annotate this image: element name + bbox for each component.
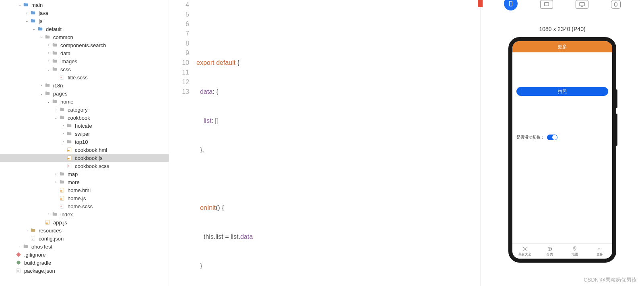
tree-item[interactable]: ›images — [0, 57, 169, 65]
hml-file-icon — [59, 187, 65, 193]
nav-category[interactable]: 分类 — [537, 244, 562, 259]
tree-item[interactable]: #cookbook.scss — [0, 162, 169, 170]
tree-item-label: common — [53, 34, 73, 40]
tree-item[interactable]: cookbook.js — [0, 154, 169, 162]
chevron-right-icon[interactable]: › — [61, 140, 65, 144]
tree-item-label: package.json — [24, 268, 55, 274]
chevron-right-icon[interactable]: › — [25, 228, 29, 232]
nav-map[interactable]: 地图 — [562, 244, 587, 259]
line-number: 6 — [169, 19, 189, 29]
folder-icon — [30, 10, 36, 16]
scss-file-icon: # — [66, 163, 72, 169]
tree-item[interactable]: {}package.json — [0, 267, 169, 275]
tree-item[interactable]: ⌄main — [0, 1, 169, 9]
chevron-right-icon[interactable]: › — [25, 11, 29, 15]
tree-item[interactable]: build.gradle — [0, 259, 169, 267]
chevron-down-icon[interactable]: ⌄ — [47, 99, 51, 104]
tree-item-label: .gitignore — [24, 252, 45, 258]
chevron-down-icon[interactable]: ⌄ — [47, 67, 51, 71]
chevron-right-icon[interactable]: › — [54, 180, 58, 184]
chevron-down-icon[interactable]: ⌄ — [18, 3, 22, 7]
tree-item-label: cookbook.scss — [75, 163, 109, 169]
tree-item[interactable]: ›more — [0, 178, 169, 186]
tree-item-label: swiper — [75, 131, 90, 137]
chevron-down-icon[interactable]: ⌄ — [39, 35, 43, 39]
tree-item[interactable]: ›resources — [0, 226, 169, 234]
tree-item[interactable]: home.js — [0, 194, 169, 202]
device-dimensions: 1080 x 2340 (P40) — [539, 26, 585, 32]
chevron-right-icon[interactable]: › — [39, 83, 43, 87]
line-number: 5 — [169, 10, 189, 19]
tree-item-label: scss — [60, 66, 71, 73]
tree-item[interactable]: ›swiper — [0, 130, 169, 138]
device-phone-icon[interactable] — [504, 0, 518, 10]
chevron-right-icon[interactable]: › — [47, 43, 51, 47]
nav-food[interactable]: 美食大全 — [512, 244, 537, 259]
chevron-right-icon[interactable]: › — [47, 212, 51, 216]
svg-rect-11 — [60, 199, 62, 200]
chevron-right-icon[interactable]: › — [47, 51, 51, 55]
tree-item[interactable]: ›components.search — [0, 41, 169, 49]
svg-point-18 — [17, 261, 20, 264]
device-selector[interactable] — [504, 0, 621, 10]
device-tv-icon[interactable] — [576, 0, 588, 9]
chevron-down-icon[interactable]: ⌄ — [25, 19, 29, 23]
tree-item[interactable]: ›index — [0, 210, 169, 218]
svg-point-31 — [574, 247, 575, 248]
folder-icon — [52, 58, 58, 64]
chevron-right-icon[interactable]: › — [54, 172, 58, 176]
photo-button[interactable]: 拍照 — [516, 87, 608, 96]
folder-icon — [52, 66, 58, 72]
bottom-nav[interactable]: 美食大全 分类 地图 更多 — [512, 243, 612, 259]
chevron-right-icon[interactable]: › — [54, 108, 58, 112]
svg-text:#: # — [61, 205, 62, 207]
device-tablet-icon[interactable] — [540, 0, 553, 9]
tree-item[interactable]: ›i18n — [0, 81, 169, 89]
tree-item[interactable]: ›java — [0, 9, 169, 17]
tree-item[interactable]: ⌄js — [0, 17, 169, 25]
tree-item[interactable]: ⌄default — [0, 25, 169, 33]
tree-item[interactable]: ⌄common — [0, 33, 169, 41]
tree-item[interactable]: ⌄scss — [0, 65, 169, 73]
tree-item[interactable]: ›category — [0, 106, 169, 114]
tree-item[interactable]: ⌄pages — [0, 89, 169, 97]
tree-item[interactable]: ⌄cookbook — [0, 114, 169, 122]
chevron-right-icon[interactable]: › — [61, 124, 65, 128]
code-editor[interactable]: 45678910111213 export default { data: { … — [169, 0, 481, 286]
tree-item-label: components.search — [60, 42, 106, 48]
tree-item[interactable]: {}config.json — [0, 234, 169, 242]
chevron-right-icon[interactable]: › — [18, 245, 22, 249]
svg-rect-4 — [67, 156, 71, 160]
chevron-down-icon[interactable]: ⌄ — [32, 27, 36, 31]
folder-icon — [44, 91, 51, 96]
chevron-right-icon[interactable]: › — [61, 132, 65, 136]
svg-text:{}: {} — [32, 237, 33, 240]
tree-item[interactable]: ›data — [0, 49, 169, 57]
folder-icon — [52, 99, 58, 104]
chevron-down-icon[interactable]: ⌄ — [54, 116, 58, 120]
tree-item[interactable]: #home.scss — [0, 202, 169, 210]
tree-item[interactable]: ›top10 — [0, 138, 169, 146]
tree-item[interactable]: .gitignore — [0, 251, 169, 259]
code-area[interactable]: export default { data: { list: [] }, onI… — [196, 0, 480, 286]
tree-item-label: home.scss — [68, 203, 93, 209]
device-watch-icon[interactable] — [611, 0, 621, 9]
tree-item[interactable]: app.js — [0, 218, 169, 226]
tree-item-label: cookbook.hml — [75, 147, 107, 153]
tree-item[interactable]: ›ohosTest — [0, 242, 169, 251]
chevron-right-icon[interactable]: › — [47, 59, 51, 63]
chevron-down-icon[interactable]: ⌄ — [39, 91, 43, 95]
tree-item-label: ohosTest — [31, 244, 52, 250]
tree-item[interactable]: ›map — [0, 170, 169, 178]
swipe-toggle[interactable] — [547, 135, 557, 140]
nav-more[interactable]: 更多 — [587, 244, 612, 259]
file-tree[interactable]: ⌄main›java⌄js⌄default⌄common›components.… — [0, 0, 169, 286]
tree-item[interactable]: #title.scss — [0, 73, 169, 81]
tree-item[interactable]: cookbook.hml — [0, 146, 169, 154]
tree-item[interactable]: ⌄home — [0, 97, 169, 106]
tree-item-label: home.hml — [68, 187, 91, 193]
tree-item[interactable]: home.hml — [0, 186, 169, 194]
svg-rect-3 — [67, 150, 69, 151]
svg-point-32 — [598, 249, 599, 249]
tree-item[interactable]: ›hotcate — [0, 122, 169, 130]
